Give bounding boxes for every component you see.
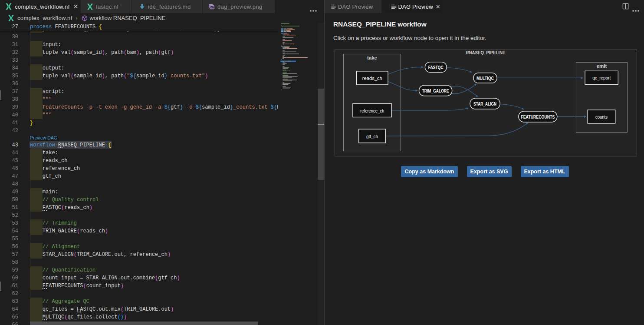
svg-text:TRIM_GALORE: TRIM_GALORE bbox=[422, 88, 449, 93]
svg-text:take: take bbox=[367, 55, 377, 60]
svg-text:MULTIQC: MULTIQC bbox=[476, 76, 494, 81]
svg-text:STAR_ALIGN: STAR_ALIGN bbox=[473, 101, 496, 106]
svg-text:FEATURECOUNTS: FEATURECOUNTS bbox=[521, 114, 555, 119]
svg-text:gtf_ch: gtf_ch bbox=[366, 133, 378, 139]
svg-text:emit: emit bbox=[596, 63, 607, 69]
svg-text:RNASEQ_PIPELINE: RNASEQ_PIPELINE bbox=[466, 50, 505, 55]
svg-text:reference_ch: reference_ch bbox=[360, 108, 384, 113]
svg-text:reads_ch: reads_ch bbox=[362, 76, 382, 81]
svg-text:counts: counts bbox=[595, 114, 607, 119]
svg-text:FASTQC: FASTQC bbox=[428, 65, 443, 70]
svg-text:qc_report: qc_report bbox=[592, 75, 611, 80]
